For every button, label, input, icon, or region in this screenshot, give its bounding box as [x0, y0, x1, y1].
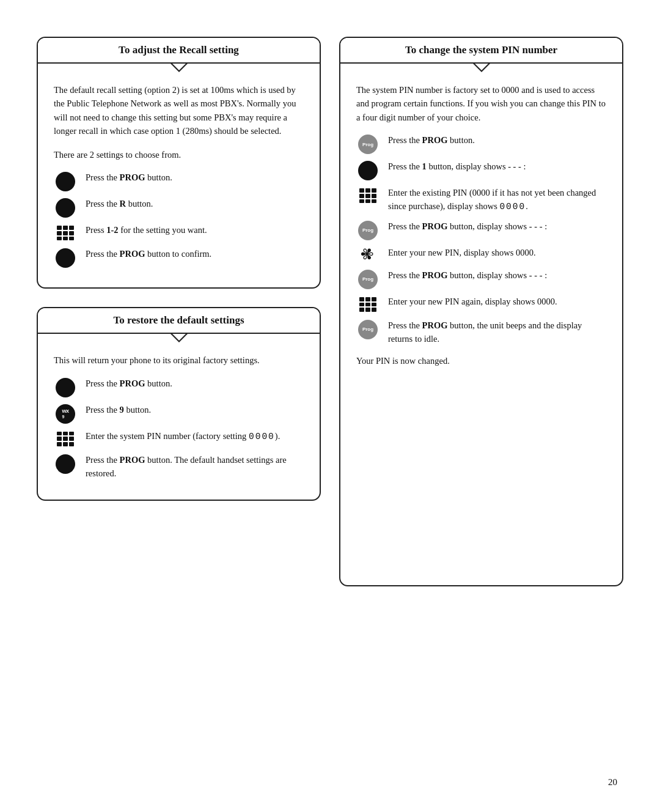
restore-step-3-text: Enter the system PIN number (factory set…	[86, 430, 304, 444]
keypad-icon-p3	[356, 187, 380, 204]
restore-step-4-text: Press the PROG button. The default hands…	[86, 454, 304, 481]
pin-step-3: Enter the existing PIN (0000 if it has n…	[356, 186, 606, 214]
restore-step-2-text: Press the 9 button.	[86, 404, 304, 417]
pin-steps: Prog Press the PROG button. Press the 1 …	[356, 134, 606, 345]
recall-steps: Press the PROG button. Press the R butto…	[54, 171, 304, 268]
restore-intro: This will return your phone to its origi…	[54, 353, 304, 367]
recall-title: To adjust the Recall setting	[38, 38, 320, 64]
pin-step-4: Prog Press the PROG button, display show…	[356, 220, 606, 240]
left-column: To adjust the Recall setting The default…	[37, 37, 321, 605]
pin-step-1: Prog Press the PROG button.	[356, 134, 606, 154]
keypad-icon-3	[54, 224, 77, 242]
prog-btn-p4: Prog	[356, 221, 380, 240]
pin-title: To change the system PIN number	[340, 38, 622, 64]
prog-icon-1	[54, 172, 77, 191]
pin-step-6: Prog Press the PROG button, display show…	[356, 269, 606, 289]
recall-sub-intro: There are 2 settings to choose from.	[54, 148, 304, 161]
right-column: To change the system PIN number The syst…	[339, 37, 623, 605]
recall-step-3-text: Press 1-2 for the setting you want.	[86, 224, 304, 237]
pin-step-4-text: Press the PROG button, display shows - -…	[388, 220, 606, 234]
circle-icon-r1	[54, 378, 77, 397]
restore-step-3: Enter the system PIN number (factory set…	[54, 430, 304, 448]
recall-step-1-text: Press the PROG button.	[86, 171, 304, 185]
restore-step-4: Press the PROG button. The default hands…	[54, 454, 304, 481]
recall-step-4: Press the PROG button to confirm.	[54, 248, 304, 268]
circle-icon-r4	[54, 454, 77, 474]
restore-step-2: wx9 Press the 9 button.	[54, 404, 304, 424]
page-number: 20	[608, 777, 617, 788]
pin-step-8: Prog Press the PROG button, the unit bee…	[356, 319, 606, 346]
recall-step-1: Press the PROG button.	[54, 171, 304, 191]
recall-section: To adjust the Recall setting The default…	[37, 37, 321, 289]
pin-step-1-text: Press the PROG button.	[388, 134, 606, 147]
pin-footer: Your PIN is now changed.	[356, 354, 606, 367]
restore-step-1: Press the PROG button.	[54, 377, 304, 397]
star-icon-p5: ✾	[356, 247, 380, 263]
prog-btn-p1: Prog	[356, 135, 380, 154]
prog-btn-p6: Prog	[356, 270, 380, 289]
recall-intro: The default recall setting (option 2) is…	[54, 83, 304, 138]
recall-step-2-text: Press the R button.	[86, 197, 304, 211]
pin-step-7: Enter your new PIN again, display shows …	[356, 295, 606, 313]
pin-step-6-text: Press the PROG button, display shows - -…	[388, 269, 606, 282]
restore-step-1-text: Press the PROG button.	[86, 377, 304, 391]
pin-arrow	[473, 64, 490, 72]
pin-section: To change the system PIN number The syst…	[339, 37, 623, 586]
restore-arrow	[170, 334, 188, 342]
pin-step-3-text: Enter the existing PIN (0000 if it has n…	[388, 186, 606, 214]
pin-step-2: Press the 1 button, display shows - - - …	[356, 160, 606, 180]
recall-arrow	[170, 64, 188, 72]
restore-steps: Press the PROG button. wx9 Press the 9 b…	[54, 377, 304, 481]
circle-btn-p2	[356, 161, 380, 180]
recall-step-3: Press 1-2 for the setting you want.	[54, 224, 304, 242]
prog-btn-p8: Prog	[356, 320, 380, 339]
keypad-icon-r3	[54, 430, 77, 448]
circle-icon-2	[54, 198, 77, 218]
recall-step-4-text: Press the PROG button to confirm.	[86, 248, 304, 261]
pin-step-5: ✾ Enter your new PIN, display shows 0000…	[356, 246, 606, 263]
pin-step-8-text: Press the PROG button, the unit beeps an…	[388, 319, 606, 346]
restore-section: To restore the default settings This wil…	[37, 307, 321, 501]
recall-step-2: Press the R button.	[54, 197, 304, 218]
circle-icon-4	[54, 248, 77, 268]
circle-icon-r2: wx9	[54, 404, 77, 424]
restore-title: To restore the default settings	[38, 308, 320, 334]
pin-intro: The system PIN number is factory set to …	[356, 83, 606, 124]
pin-step-7-text: Enter your new PIN again, display shows …	[388, 295, 606, 309]
pin-step-5-text: Enter your new PIN, display shows 0000.	[388, 246, 606, 260]
keypad-icon-p7	[356, 296, 380, 313]
pin-step-2-text: Press the 1 button, display shows - - - …	[388, 160, 606, 174]
